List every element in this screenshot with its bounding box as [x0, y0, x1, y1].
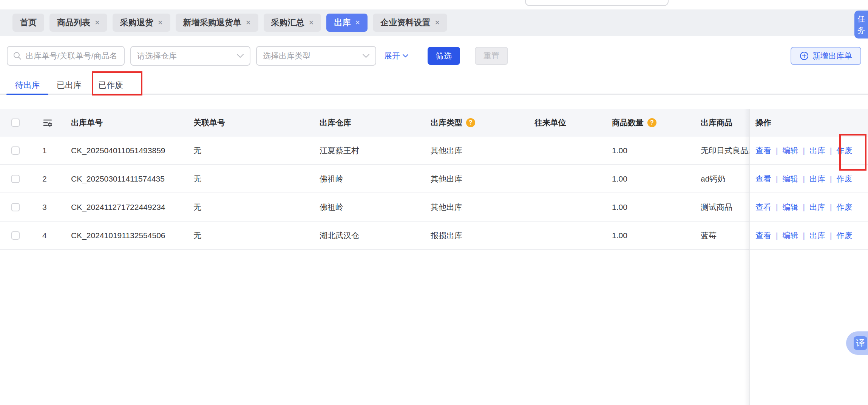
window-tab-label: 商品列表: [57, 17, 90, 28]
action-separator: |: [803, 146, 805, 155]
action-outbound[interactable]: 出库: [809, 230, 825, 241]
action-edit[interactable]: 编辑: [782, 230, 798, 241]
cell-warehouse: 佛祖岭: [320, 202, 431, 213]
action-separator: |: [776, 203, 778, 212]
col-header-quantity-label: 商品数量: [612, 117, 644, 128]
plus-circle-icon: [800, 51, 809, 60]
status-tab[interactable]: 已出库: [57, 80, 82, 91]
action-edit[interactable]: 编辑: [782, 145, 798, 156]
search-icon: [13, 51, 22, 60]
action-separator: |: [776, 174, 778, 183]
action-separator: |: [803, 231, 805, 240]
window-tab[interactable]: 商品列表 ×: [49, 14, 107, 32]
status-tab[interactable]: 待出库: [15, 80, 40, 91]
row-checkbox[interactable]: [11, 146, 20, 155]
filter-bar: 出库单号/关联单号/商品名 请选择仓库 选择出库类型 展开 筛选 重置: [7, 45, 861, 66]
cell-product: 无印日式良品水杯: [701, 136, 750, 165]
col-header-warehouse: 出库仓库: [320, 117, 431, 128]
fixed-column-divider: [749, 109, 750, 405]
window-tab[interactable]: 首页: [12, 14, 44, 32]
row-index: 3: [42, 203, 47, 212]
action-outbound[interactable]: 出库: [809, 202, 825, 213]
window-tab[interactable]: 出库 ×: [326, 14, 368, 32]
row-checkbox[interactable]: [11, 203, 20, 211]
outbound-page: 首页 商品列表 × 采购退货 × 新增采购退货单 × 采购汇总 × 出库 × 企…: [0, 0, 868, 405]
cell-warehouse: 湖北武汉仓: [320, 230, 431, 241]
action-separator: |: [830, 174, 832, 183]
annotation-rect-voided-tab: [92, 71, 142, 95]
close-icon[interactable]: ×: [435, 18, 440, 27]
cell-quantity: 1.00: [612, 146, 701, 155]
close-icon[interactable]: ×: [95, 18, 100, 27]
active-tab-underline: [6, 94, 48, 95]
filter-button[interactable]: 筛选: [428, 47, 460, 65]
action-void[interactable]: 作废: [836, 202, 852, 213]
task-side-badge[interactable]: 任务: [854, 11, 868, 38]
cell-product: ad钙奶: [701, 165, 750, 193]
action-edit[interactable]: 编辑: [782, 174, 798, 184]
cell-actions: 查看 | 编辑 | 出库 | 作废: [750, 230, 868, 241]
cell-related-no: 无: [193, 145, 320, 156]
table-row: 3 CK_202411271722449234 无 佛祖岭 其他出库 1.00 …: [0, 193, 868, 222]
translate-icon[interactable]: 译: [854, 336, 867, 350]
cell-outbound-type: 其他出库: [431, 174, 534, 184]
action-outbound[interactable]: 出库: [809, 174, 825, 184]
search-input[interactable]: 出库单号/关联单号/商品名: [7, 46, 125, 66]
expand-link[interactable]: 展开: [384, 51, 408, 61]
action-view[interactable]: 查看: [755, 145, 771, 156]
close-icon[interactable]: ×: [246, 18, 251, 27]
action-separator: |: [830, 146, 832, 155]
window-tab[interactable]: 新增采购退货单 ×: [176, 14, 258, 32]
cell-quantity: 1.00: [612, 231, 701, 240]
action-view[interactable]: 查看: [755, 174, 771, 184]
window-tab[interactable]: 企业资料设置 ×: [373, 14, 447, 32]
window-tab-label: 首页: [20, 17, 37, 28]
col-header-related-no: 关联单号: [193, 117, 320, 128]
cell-actions: 查看 | 编辑 | 出库 | 作废: [750, 202, 868, 213]
close-icon[interactable]: ×: [158, 18, 163, 27]
row-checkbox[interactable]: [11, 175, 20, 183]
row-index: 1: [42, 146, 47, 155]
annotation-rect-void-action: [839, 134, 866, 171]
select-all-checkbox[interactable]: [11, 119, 20, 127]
window-tab-label: 采购退货: [120, 17, 153, 28]
warehouse-select-placeholder: 请选择仓库: [137, 51, 177, 61]
window-tab[interactable]: 采购退货 ×: [113, 14, 170, 32]
reset-button[interactable]: 重置: [475, 47, 508, 65]
help-icon[interactable]: ?: [466, 118, 475, 127]
cell-related-no: 无: [193, 202, 320, 213]
cell-related-no: 无: [193, 174, 320, 184]
warehouse-select[interactable]: 请选择仓库: [130, 46, 250, 66]
window-tab-label: 新增采购退货单: [183, 17, 241, 28]
cell-quantity: 1.00: [612, 174, 701, 183]
action-view[interactable]: 查看: [755, 230, 771, 241]
fixed-column-shadow: [744, 109, 749, 405]
action-void[interactable]: 作废: [836, 230, 852, 241]
action-separator: |: [803, 203, 805, 212]
window-tab-label: 出库: [334, 17, 351, 28]
action-outbound[interactable]: 出库: [809, 145, 825, 156]
action-void[interactable]: 作废: [836, 174, 852, 184]
translate-widget[interactable]: 译: [846, 331, 868, 355]
close-icon[interactable]: ×: [309, 18, 314, 27]
action-separator: |: [830, 203, 832, 212]
chevron-down-icon: [363, 54, 369, 58]
add-outbound-button[interactable]: 新增出库单: [791, 47, 861, 65]
close-icon[interactable]: ×: [355, 18, 360, 27]
window-tab[interactable]: 采购汇总 ×: [264, 14, 321, 32]
table-header: 出库单号 关联单号 出库仓库 出库类型 ? 往来单位 商品数量 ? 出库商品 操…: [0, 109, 868, 137]
top-cutoff-box: [525, 0, 669, 6]
action-separator: |: [803, 174, 805, 183]
add-outbound-button-label: 新增出库单: [812, 51, 852, 61]
action-edit[interactable]: 编辑: [782, 202, 798, 213]
col-header-order-no: 出库单号: [71, 117, 193, 128]
column-settings-icon[interactable]: [42, 117, 53, 128]
action-separator: |: [776, 231, 778, 240]
window-tab-label: 企业资料设置: [380, 17, 430, 28]
action-view[interactable]: 查看: [755, 202, 771, 213]
cell-order-no: CK_202410191132554506: [71, 231, 193, 240]
outbound-type-select[interactable]: 选择出库类型: [256, 46, 376, 66]
help-icon[interactable]: ?: [647, 118, 656, 127]
cell-order-no: CK_202411271722449234: [71, 203, 193, 212]
row-checkbox[interactable]: [11, 231, 20, 240]
